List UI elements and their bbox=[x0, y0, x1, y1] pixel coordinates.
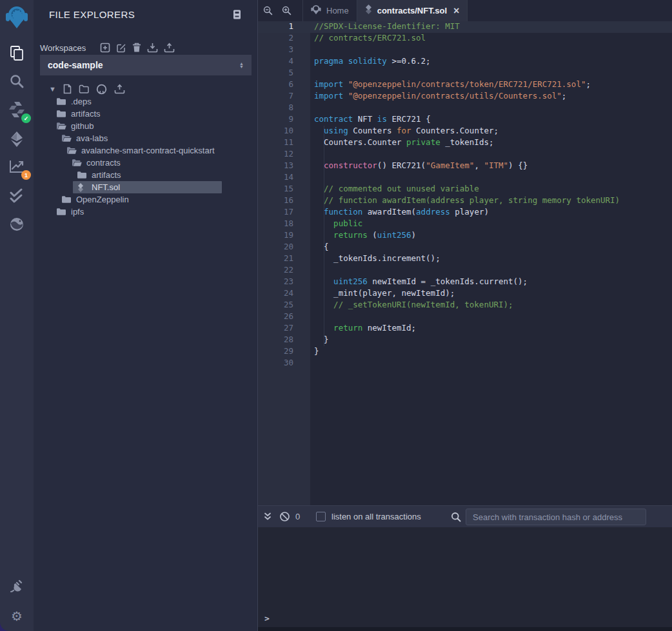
code-line[interactable]: pragma solidity >=0.6.2; bbox=[314, 56, 672, 68]
tree-item-label: contracts bbox=[86, 158, 121, 168]
tree-item-artifacts[interactable]: artifacts bbox=[73, 169, 222, 181]
documentation-book-icon[interactable] bbox=[230, 8, 243, 21]
terminal-output[interactable]: > bbox=[258, 527, 672, 627]
tree-item-artifacts[interactable]: artifacts bbox=[52, 108, 222, 120]
delete-workspace-icon[interactable] bbox=[132, 43, 141, 53]
zoom-out-icon[interactable] bbox=[263, 6, 273, 15]
new-folder-icon[interactable] bbox=[79, 84, 89, 93]
tab-nft-sol[interactable]: contracts/NFT.sol × bbox=[357, 0, 468, 21]
code-line[interactable] bbox=[314, 358, 672, 369]
upload-file-icon[interactable] bbox=[114, 84, 125, 94]
tree-item-avalanche-smart-contract-quickstart[interactable]: avalanche-smart-contract-quickstart bbox=[63, 144, 222, 157]
github-clone-icon[interactable] bbox=[96, 84, 107, 95]
tree-item-label: OpenZeppelin bbox=[76, 195, 129, 204]
code-line[interactable] bbox=[314, 311, 672, 323]
code-line[interactable] bbox=[314, 149, 672, 160]
tree-item-openzeppelin[interactable]: OpenZeppelin bbox=[57, 193, 222, 206]
line-number: 18 bbox=[258, 218, 293, 230]
tree-item-label: artifacts bbox=[71, 109, 101, 119]
tree-item-label: NFT.sol bbox=[92, 182, 120, 192]
editor-column: Home contracts/NFT.sol × 123456789101112… bbox=[258, 0, 672, 631]
code-line[interactable]: // function awardItem(address player, st… bbox=[314, 195, 672, 207]
line-number: 29 bbox=[258, 346, 293, 358]
folder-open-icon bbox=[57, 122, 66, 130]
expand-terminal-icon[interactable] bbox=[263, 512, 272, 521]
sourcify-icon[interactable] bbox=[0, 213, 34, 236]
workspace-select[interactable]: code-sample ▲▼ bbox=[40, 55, 252, 75]
listen-transactions-checkbox[interactable] bbox=[316, 512, 326, 521]
code-line[interactable] bbox=[314, 44, 672, 56]
restore-workspaces-icon[interactable] bbox=[164, 43, 175, 53]
code-line[interactable]: uint256 newItemId = _tokenIds.current(); bbox=[314, 277, 672, 288]
line-number: 16 bbox=[258, 195, 293, 207]
code-line[interactable]: { bbox=[314, 242, 672, 253]
tree-item-ipfs[interactable]: ipfs bbox=[52, 206, 222, 218]
tab-close-icon[interactable]: × bbox=[453, 6, 459, 16]
window-bottom-edge bbox=[258, 627, 672, 631]
line-number: 14 bbox=[258, 172, 293, 184]
tree-item-github[interactable]: github bbox=[52, 120, 222, 132]
code-line[interactable]: // contracts/ERC721.sol bbox=[314, 33, 672, 44]
code-line[interactable] bbox=[314, 68, 672, 79]
zoom-in-icon[interactable] bbox=[282, 6, 292, 15]
new-file-icon[interactable] bbox=[63, 84, 72, 94]
file-explorer-panel: FILE EXPLORERS Workspaces bbox=[34, 0, 258, 631]
tree-item-contracts[interactable]: contracts bbox=[68, 157, 222, 169]
tab-home-label: Home bbox=[326, 6, 349, 15]
code-line[interactable]: _tokenIds.increment(); bbox=[314, 253, 672, 265]
terminal-search-icon bbox=[451, 512, 461, 522]
terminal-prompt: > bbox=[264, 614, 270, 623]
code-line[interactable]: // _setTokenURI(newItemId, tokenURI); bbox=[314, 300, 672, 311]
code-line[interactable]: function awardItem(address player) bbox=[314, 207, 672, 218]
code-line[interactable]: } bbox=[314, 335, 672, 346]
collapse-caret-icon[interactable]: ▼ bbox=[49, 85, 56, 93]
terminal-toolbar: 0 listen on all transactions bbox=[258, 505, 672, 527]
code-content[interactable]: //SPDX-License-Identifier: MIT// contrac… bbox=[314, 21, 672, 369]
line-number: 17 bbox=[258, 207, 293, 218]
deploy-run-icon[interactable] bbox=[0, 128, 34, 151]
tree-item-label: avalanche-smart-contract-quickstart bbox=[81, 146, 215, 155]
tree-item-ava-labs[interactable]: ava-labs bbox=[57, 132, 222, 144]
code-line[interactable]: returns (uint256) bbox=[314, 230, 672, 242]
remix-logo-icon[interactable] bbox=[0, 4, 34, 31]
code-line[interactable]: Counters.Counter private _tokenIds; bbox=[314, 137, 672, 149]
solidity-compiler-icon[interactable]: ✓ bbox=[0, 98, 34, 121]
code-line[interactable] bbox=[314, 265, 672, 277]
code-line[interactable]: } bbox=[314, 346, 672, 358]
line-number: 3 bbox=[258, 44, 293, 56]
code-line[interactable]: public bbox=[314, 218, 672, 230]
code-line[interactable] bbox=[314, 102, 672, 114]
code-line[interactable]: import "@openzeppelin/contracts/utils/Co… bbox=[314, 91, 672, 102]
tree-item-label: artifacts bbox=[92, 170, 121, 180]
code-line[interactable]: return newItemId; bbox=[314, 323, 672, 335]
unit-testing-icon[interactable] bbox=[0, 184, 34, 208]
panel-title: FILE EXPLORERS bbox=[49, 9, 135, 20]
workspaces-row: Workspaces bbox=[40, 41, 251, 54]
rename-workspace-icon[interactable] bbox=[116, 43, 126, 53]
code-line[interactable]: // commented out unused variable bbox=[314, 184, 672, 195]
code-line[interactable]: contract NFT is ERC721 { bbox=[314, 114, 672, 126]
tab-home[interactable]: Home bbox=[302, 0, 357, 21]
line-number: 27 bbox=[258, 323, 293, 335]
tree-item-label: .deps bbox=[71, 97, 92, 106]
workspaces-label: Workspaces bbox=[40, 43, 86, 53]
tree-item--deps[interactable]: .deps bbox=[52, 95, 222, 108]
download-workspaces-icon[interactable] bbox=[147, 43, 158, 53]
code-editor[interactable]: 1234567891011121314151617181920212223242… bbox=[258, 21, 672, 505]
code-line[interactable]: _mint(player, newItemId); bbox=[314, 288, 672, 300]
clear-console-icon[interactable] bbox=[279, 511, 290, 522]
code-line[interactable] bbox=[314, 172, 672, 184]
terminal-search-input[interactable] bbox=[466, 509, 646, 525]
plugin-manager-icon[interactable] bbox=[0, 576, 34, 599]
code-line[interactable]: using Counters for Counters.Counter; bbox=[314, 126, 672, 137]
static-analysis-icon[interactable]: 1 bbox=[0, 155, 34, 178]
settings-icon[interactable]: ⚙ bbox=[0, 605, 34, 628]
code-line[interactable]: //SPDX-License-Identifier: MIT bbox=[314, 21, 672, 33]
code-line[interactable]: constructor() ERC721("GameItem", "ITM") … bbox=[314, 160, 672, 172]
file-explorer-icon[interactable] bbox=[0, 41, 34, 64]
create-workspace-icon[interactable] bbox=[100, 43, 110, 53]
code-line[interactable]: import "@openzeppelin/contracts/token/ER… bbox=[314, 79, 672, 91]
folder-closed-icon bbox=[57, 110, 66, 117]
tree-item-nft-sol[interactable]: NFT.sol bbox=[73, 181, 222, 193]
search-icon[interactable] bbox=[0, 70, 34, 93]
